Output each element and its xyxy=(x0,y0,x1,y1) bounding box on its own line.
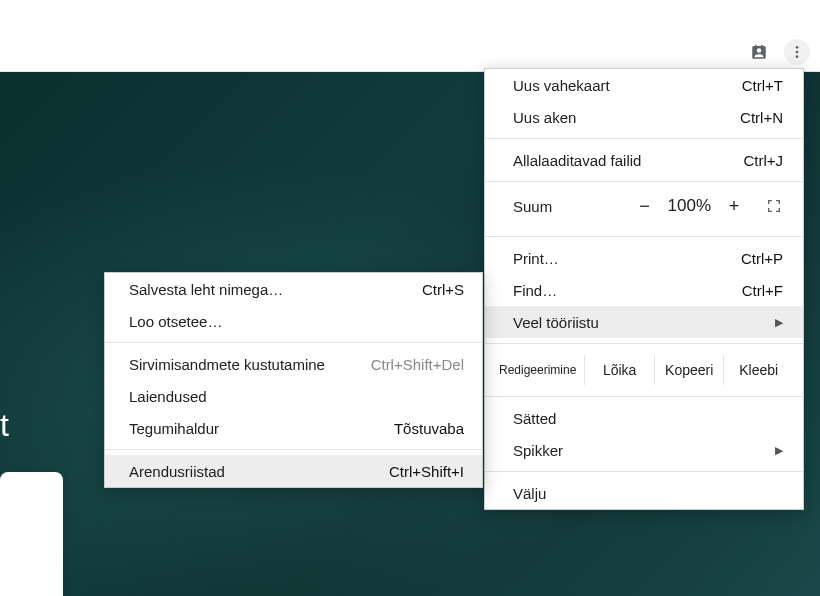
menu-more-tools[interactable]: Veel tööriistu ▶ xyxy=(485,306,803,338)
profile-icon[interactable] xyxy=(746,39,772,65)
zoom-label: Suum xyxy=(513,198,630,215)
submenu-save-as[interactable]: Salvesta leht nimega… Ctrl+S xyxy=(105,273,482,305)
menu-print[interactable]: Print… Ctrl+P xyxy=(485,242,803,274)
submenu-arrow-icon: ▶ xyxy=(775,316,783,329)
menu-label: Allalaaditavad failid xyxy=(513,152,641,169)
edit-cut-button[interactable]: Lõika xyxy=(584,355,654,385)
menu-new-tab[interactable]: Uus vahekaart Ctrl+T xyxy=(485,69,803,101)
menu-shortcut: Ctrl+J xyxy=(743,152,783,169)
edit-copy-button[interactable]: Kopeeri xyxy=(654,355,724,385)
menu-shortcut: Ctrl+S xyxy=(422,281,464,298)
menu-shortcut: Ctrl+F xyxy=(742,282,783,299)
menu-help[interactable]: Spikker ▶ xyxy=(485,434,803,466)
submenu-clear-data[interactable]: Sirvimisandmete kustutamine Ctrl+Shift+D… xyxy=(105,348,482,380)
menu-settings[interactable]: Sätted xyxy=(485,402,803,434)
zoom-in-button[interactable]: + xyxy=(719,191,749,221)
menu-label: Print… xyxy=(513,250,559,267)
menu-separator xyxy=(485,471,803,472)
menu-label: Tegumihaldur xyxy=(129,420,219,437)
menu-separator xyxy=(485,396,803,397)
menu-zoom-row: Suum − 100% + xyxy=(485,187,803,231)
svg-point-0 xyxy=(796,46,799,49)
menu-shortcut: Ctrl+Shift+Del xyxy=(371,356,464,373)
menu-label: Laiendused xyxy=(129,388,207,405)
menu-label: Loo otsetee… xyxy=(129,313,222,330)
browser-toolbar xyxy=(0,32,820,72)
menu-label: Veel tööriistu xyxy=(513,314,599,331)
menu-separator xyxy=(105,449,482,450)
menu-label: Find… xyxy=(513,282,557,299)
chrome-main-menu: Uus vahekaart Ctrl+T Uus aken Ctrl+N All… xyxy=(484,68,804,510)
menu-label: Salvesta leht nimega… xyxy=(129,281,283,298)
menu-shortcut: Tõstuvaba xyxy=(394,420,464,437)
svg-point-2 xyxy=(796,55,799,58)
fullscreen-button[interactable] xyxy=(759,191,789,221)
menu-separator xyxy=(485,138,803,139)
menu-new-window[interactable]: Uus aken Ctrl+N xyxy=(485,101,803,133)
menu-label: Uus vahekaart xyxy=(513,77,610,94)
menu-label: Uus aken xyxy=(513,109,576,126)
edit-paste-button[interactable]: Kleebi xyxy=(723,355,793,385)
menu-edit-row: Redigeerimine Lõika Kopeeri Kleebi xyxy=(485,349,803,391)
menu-label: Arendusriistad xyxy=(129,463,225,480)
zoom-out-button[interactable]: − xyxy=(630,191,660,221)
menu-label: Sirvimisandmete kustutamine xyxy=(129,356,325,373)
menu-shortcut: Ctrl+Shift+I xyxy=(389,463,464,480)
menu-downloads[interactable]: Allalaaditavad failid Ctrl+J xyxy=(485,144,803,176)
submenu-task-manager[interactable]: Tegumihaldur Tõstuvaba xyxy=(105,412,482,444)
edit-label: Redigeerimine xyxy=(495,363,584,377)
more-tools-submenu: Salvesta leht nimega… Ctrl+S Loo otsetee… xyxy=(104,272,483,488)
menu-exit[interactable]: Välju xyxy=(485,477,803,509)
submenu-dev-tools[interactable]: Arendusriistad Ctrl+Shift+I xyxy=(105,455,482,487)
menu-find[interactable]: Find… Ctrl+F xyxy=(485,274,803,306)
menu-label: Välju xyxy=(513,485,546,502)
zoom-percent: 100% xyxy=(660,196,719,216)
svg-point-1 xyxy=(796,50,799,53)
page-heading-fragment: t xyxy=(0,407,8,444)
submenu-create-shortcut[interactable]: Loo otsetee… xyxy=(105,305,482,337)
menu-separator xyxy=(105,342,482,343)
menu-separator xyxy=(485,343,803,344)
background-card xyxy=(0,472,63,596)
submenu-arrow-icon: ▶ xyxy=(775,444,783,457)
menu-shortcut: Ctrl+T xyxy=(742,77,783,94)
menu-shortcut: Ctrl+N xyxy=(740,109,783,126)
more-menu-icon[interactable] xyxy=(784,39,810,65)
menu-separator xyxy=(485,236,803,237)
menu-separator xyxy=(485,181,803,182)
menu-label: Spikker xyxy=(513,442,563,459)
menu-label: Sätted xyxy=(513,410,556,427)
submenu-extensions[interactable]: Laiendused xyxy=(105,380,482,412)
menu-shortcut: Ctrl+P xyxy=(741,250,783,267)
